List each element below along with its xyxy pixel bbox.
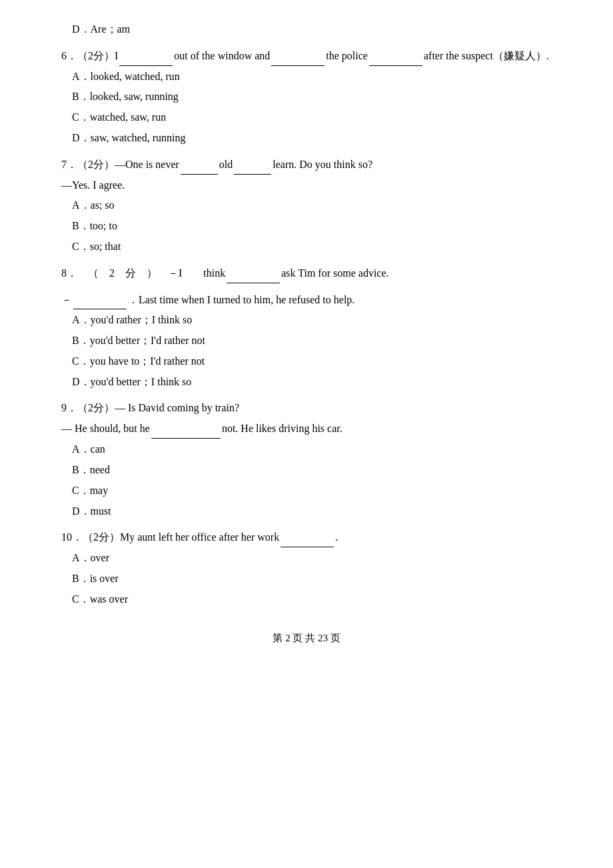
page-footer-text: 第 2 页 共 23 页	[273, 633, 340, 643]
blank-9-1	[151, 419, 221, 439]
blank-8-2	[73, 290, 127, 310]
question-9-option-b: B．need	[40, 461, 573, 480]
question-8-second-line: － ．Last time when I turned to him, he re…	[40, 290, 573, 310]
question-10: 10．（2分）My aunt left her office after her…	[40, 527, 573, 609]
question-7-second-line: —Yes. I agree.	[40, 176, 573, 195]
blank-7-1	[181, 155, 218, 175]
question-9: 9．（2分）— Is David coming by train? — He s…	[40, 399, 573, 521]
option-d-q5: D．Are；am	[40, 20, 573, 39]
question-9-text: 9．（2分）— Is David coming by train?	[40, 399, 573, 418]
question-9-option-d: D．must	[40, 502, 573, 521]
blank-10-1	[281, 527, 334, 547]
question-8-option-a: A．you'd rather；I think so	[40, 311, 573, 330]
question-7-option-a: A．as; so	[40, 196, 573, 215]
question-9-option-c: C．may	[40, 481, 573, 501]
question-8: 8． （ 2 分 ） －I think ask Tim for some adv…	[40, 263, 573, 392]
question-7-text: 7．（2分）—One is never old learn. Do you th…	[40, 155, 573, 175]
question-6-option-a: A．looked, watched, run	[40, 67, 573, 87]
question-8-option-b: B．you'd better；I'd rather not	[40, 331, 573, 351]
blank-6-2	[271, 46, 324, 66]
question-6: 6．（2分）I out of the window and the police…	[40, 46, 573, 148]
blank-8-1	[227, 263, 280, 283]
question-6-option-b: B．looked, saw, running	[40, 87, 573, 107]
page-footer: 第 2 页 共 23 页	[40, 629, 573, 647]
question-9-option-a: A．can	[40, 440, 573, 459]
question-7-option-c: C．so; that	[40, 237, 573, 257]
question-8-option-d: D．you'd better；I think so	[40, 373, 573, 392]
question-10-option-b: B．is over	[40, 569, 573, 589]
blank-7-2	[234, 155, 271, 175]
question-9-second-line: — He should, but he not. He likes drivin…	[40, 419, 573, 439]
question-10-text: 10．（2分）My aunt left her office after her…	[40, 527, 573, 547]
question-6-option-c: C．watched, saw, run	[40, 108, 573, 127]
blank-6-3	[369, 46, 422, 66]
question-7: 7．（2分）—One is never old learn. Do you th…	[40, 155, 573, 257]
blank-6-1	[119, 46, 173, 66]
question-6-text: 6．（2分）I out of the window and the police…	[40, 46, 573, 66]
question-8-option-c: C．you have to；I'd rather not	[40, 352, 573, 371]
question-10-option-a: A．over	[40, 549, 573, 568]
question-7-option-b: B．too; to	[40, 217, 573, 236]
option-d-label: D．Are；am	[40, 20, 573, 39]
question-6-option-d: D．saw, watched, running	[40, 129, 573, 148]
question-8-text: 8． （ 2 分 ） －I think ask Tim for some adv…	[40, 263, 573, 283]
question-10-option-c: C．was over	[40, 590, 573, 609]
